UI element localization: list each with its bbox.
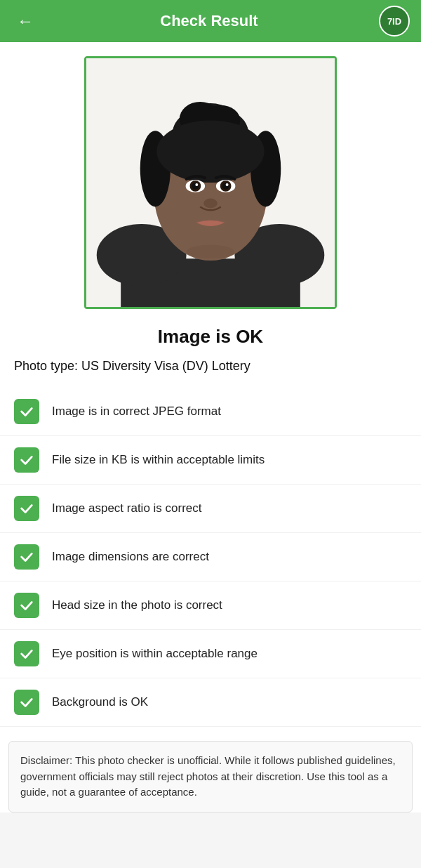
check-list: Image is in correct JPEG format File siz… xyxy=(0,385,421,730)
svg-point-21 xyxy=(226,183,229,186)
svg-point-22 xyxy=(203,199,218,209)
check-label-background: Background is OK xyxy=(52,695,148,710)
disclaimer-text: Disclaimer: This photo checker is unoffi… xyxy=(20,754,396,798)
svg-point-23 xyxy=(187,245,235,259)
check-item-head-size: Head size in the photo is correct xyxy=(0,581,421,630)
check-label-dimensions: Image dimensions are correct xyxy=(52,549,209,565)
check-icon-jpeg-format xyxy=(14,399,39,424)
check-label-aspect-ratio: Image aspect ratio is correct xyxy=(52,501,202,516)
app-logo: 7ID xyxy=(379,6,410,37)
check-label-eye-position: Eye position is within acceptable range xyxy=(52,646,258,662)
check-item-background: Background is OK xyxy=(0,678,421,727)
check-icon-file-size xyxy=(14,447,39,473)
photo-container xyxy=(0,42,421,316)
status-title: Image is OK xyxy=(0,316,421,353)
check-label-file-size: File size in KB is within acceptable lim… xyxy=(52,452,265,468)
check-icon-eye-position xyxy=(14,641,39,666)
main-content: Image is OK Photo type: US Diversity Vis… xyxy=(0,42,421,813)
check-item-jpeg-format: Image is in correct JPEG format xyxy=(0,388,421,436)
back-button[interactable]: ← xyxy=(11,6,39,37)
check-item-dimensions: Image dimensions are correct xyxy=(0,533,421,581)
check-label-head-size: Head size in the photo is correct xyxy=(52,598,222,613)
check-icon-head-size xyxy=(14,593,39,618)
svg-point-13 xyxy=(156,121,264,183)
app-header: ← Check Result 7ID xyxy=(0,0,421,42)
svg-point-20 xyxy=(222,183,229,190)
check-icon-background xyxy=(14,690,39,715)
check-item-file-size: File size in KB is within acceptable lim… xyxy=(0,436,421,485)
check-icon-dimensions xyxy=(14,544,39,570)
svg-point-16 xyxy=(192,183,199,190)
photo-type-label: Photo type: US Diversity Visa (DV) Lotte… xyxy=(0,353,421,385)
check-item-aspect-ratio: Image aspect ratio is correct xyxy=(0,485,421,533)
check-item-eye-position: Eye position is within acceptable range xyxy=(0,630,421,678)
check-icon-aspect-ratio xyxy=(14,496,39,521)
disclaimer-box: Disclaimer: This photo checker is unoffi… xyxy=(8,741,413,813)
photo-frame xyxy=(84,56,337,309)
check-label-jpeg-format: Image is in correct JPEG format xyxy=(52,404,221,419)
page-title: Check Result xyxy=(39,12,379,30)
svg-point-17 xyxy=(195,183,198,186)
photo-image xyxy=(86,58,335,307)
